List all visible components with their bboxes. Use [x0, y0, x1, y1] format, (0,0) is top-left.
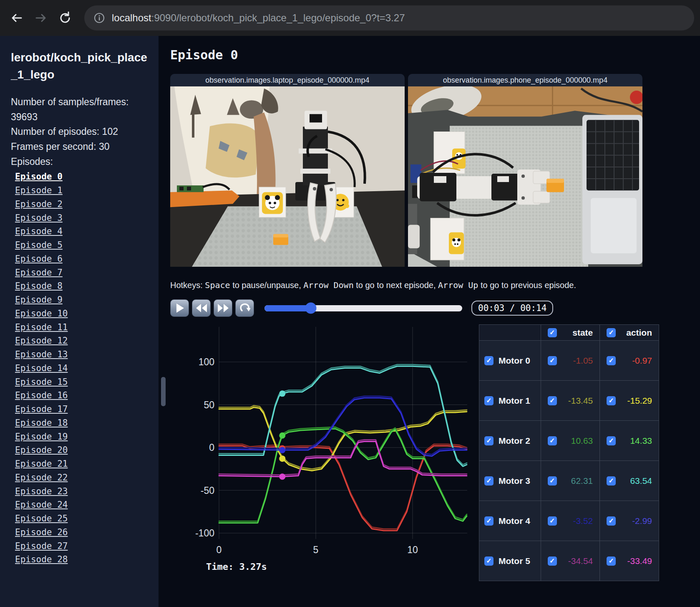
motor-3-current-marker: [279, 390, 285, 397]
phone-camera-frame: [408, 86, 642, 267]
motor-label-cell: ✓Motor 4: [479, 501, 541, 541]
motor-label: Motor 3: [499, 476, 530, 486]
forward-button[interactable]: [32, 9, 50, 27]
episode-link-episode-17[interactable]: Episode 17: [15, 402, 148, 416]
checkbox[interactable]: ✓: [607, 328, 616, 337]
checkbox[interactable]: ✓: [484, 516, 494, 526]
motor-4-current-marker: [279, 447, 285, 453]
episode-link-episode-21[interactable]: Episode 21: [15, 457, 148, 471]
motor-2-current-marker: [279, 432, 285, 439]
y-axis-tick: 100: [199, 357, 214, 367]
checkbox[interactable]: ✓: [484, 436, 494, 445]
hotkey-text: to go to previous episode.: [478, 281, 576, 290]
episode-link-episode-2[interactable]: Episode 2: [15, 197, 148, 211]
checkbox[interactable]: ✓: [484, 476, 494, 486]
main-content: Episode 0 observation.images.laptop_epis…: [159, 36, 700, 607]
fast-forward-button[interactable]: [214, 299, 232, 317]
table-row: ✓Motor 3✓62.31✓63.54: [479, 461, 659, 501]
state-value-cell: ✓-1.05: [541, 341, 600, 381]
reload-button[interactable]: [56, 9, 74, 27]
seek-slider[interactable]: [264, 305, 462, 311]
episode-link-episode-15[interactable]: Episode 15: [15, 375, 148, 389]
rewind-button[interactable]: [192, 299, 211, 317]
checkbox[interactable]: ✓: [548, 516, 557, 526]
checkbox[interactable]: ✓: [607, 436, 616, 445]
motor-1-state-value: -13.45: [568, 396, 593, 406]
episode-link-episode-6[interactable]: Episode 6: [15, 252, 148, 266]
episode-link-episode-27[interactable]: Episode 27: [15, 539, 148, 553]
checkbox[interactable]: ✓: [484, 556, 494, 566]
checkbox[interactable]: ✓: [548, 396, 557, 405]
seek-slider-thumb[interactable]: [305, 303, 317, 314]
laptop-video[interactable]: [170, 86, 405, 267]
phone-video[interactable]: [408, 86, 642, 267]
checkbox[interactable]: ✓: [607, 476, 616, 486]
motor-label-cell: ✓Motor 2: [479, 421, 541, 461]
motor-5-current-marker: [279, 473, 285, 480]
phone-video-panel: observation.images.phone_episode_000000.…: [408, 74, 642, 267]
episode-link-episode-1[interactable]: Episode 1: [15, 184, 148, 197]
motor-0-action-value: -0.97: [632, 356, 652, 366]
episode-link-episode-7[interactable]: Episode 7: [15, 266, 148, 280]
checkbox[interactable]: ✓: [607, 516, 616, 526]
hotkey-key: Arrow Down: [303, 280, 353, 290]
episode-link-episode-9[interactable]: Episode 9: [15, 293, 148, 307]
checkbox[interactable]: ✓: [548, 328, 557, 337]
episode-link-episode-28[interactable]: Episode 28: [15, 553, 148, 567]
episode-link-episode-8[interactable]: Episode 8: [15, 279, 148, 293]
phone-video-title: observation.images.phone_episode_000000.…: [408, 74, 642, 86]
episode-link-episode-25[interactable]: Episode 25: [15, 512, 148, 526]
state-value-cell: ✓10.63: [541, 421, 600, 461]
checkbox[interactable]: ✓: [607, 356, 616, 365]
chart-time-label: Time: 3.27s: [206, 561, 475, 572]
episode-link-episode-22[interactable]: Episode 22: [15, 471, 148, 485]
state-value-cell: ✓-34.54: [541, 541, 600, 581]
episode-link-episode-23[interactable]: Episode 23: [15, 485, 148, 498]
checkbox[interactable]: ✓: [484, 356, 494, 365]
checkbox[interactable]: ✓: [548, 436, 557, 445]
episode-link-episode-3[interactable]: Episode 3: [15, 211, 148, 225]
checkbox[interactable]: ✓: [607, 556, 616, 566]
episode-link-episode-10[interactable]: Episode 10: [15, 307, 148, 321]
episode-link-episode-0[interactable]: Episode 0: [15, 170, 148, 184]
checkbox[interactable]: ✓: [548, 476, 557, 486]
checkbox[interactable]: ✓: [548, 556, 557, 566]
checkbox[interactable]: ✓: [484, 396, 494, 405]
loop-icon: [239, 303, 250, 313]
episode-link-episode-16[interactable]: Episode 16: [15, 389, 148, 402]
play-button[interactable]: [170, 299, 189, 317]
motor-0-state-value: -1.05: [573, 356, 593, 366]
x-axis-tick: 10: [407, 544, 418, 555]
back-arrow-icon: [10, 11, 23, 25]
checkbox[interactable]: ✓: [548, 356, 557, 365]
episode-link-episode-11[interactable]: Episode 11: [15, 321, 148, 334]
episode-link-episode-5[interactable]: Episode 5: [15, 238, 148, 252]
motor-label: Motor 4: [499, 516, 530, 526]
site-info-icon[interactable]: [93, 12, 105, 24]
motor-1-current-marker: [279, 455, 285, 462]
scrollbar-thumb[interactable]: [161, 377, 166, 406]
loop-button[interactable]: [235, 299, 254, 317]
back-button[interactable]: [8, 9, 26, 27]
action-value-cell: ✓-15.29: [600, 381, 659, 421]
episode-link-episode-13[interactable]: Episode 13: [15, 348, 148, 362]
browser-toolbar: localhost:9090/lerobot/koch_pick_place_1…: [0, 0, 700, 36]
episode-link-episode-12[interactable]: Episode 12: [15, 334, 148, 348]
episode-link-episode-18[interactable]: Episode 18: [15, 416, 148, 430]
episode-link-episode-20[interactable]: Episode 20: [15, 443, 148, 457]
action-column-label: action: [626, 328, 652, 338]
checkbox[interactable]: ✓: [607, 396, 616, 405]
url-text[interactable]: localhost:9090/lerobot/koch_pick_place_1…: [112, 12, 405, 24]
episode-link-episode-4[interactable]: Episode 4: [15, 225, 148, 238]
episodes-label: Episodes:: [11, 154, 148, 169]
episode-link-episode-19[interactable]: Episode 19: [15, 430, 148, 444]
episode-link-episode-26[interactable]: Episode 26: [15, 526, 148, 539]
table-row: ✓Motor 5✓-34.54✓-33.49: [479, 541, 659, 581]
episode-link-episode-24[interactable]: Episode 24: [15, 498, 148, 512]
x-axis-tick: 5: [313, 544, 319, 555]
motor-label: Motor 1: [499, 396, 530, 406]
address-bar[interactable]: localhost:9090/lerobot/koch_pick_place_1…: [84, 5, 694, 30]
y-axis-tick: 50: [204, 400, 214, 410]
episode-link-episode-14[interactable]: Episode 14: [15, 362, 148, 375]
table-row: ✓Motor 1✓-13.45✓-15.29: [479, 381, 659, 421]
